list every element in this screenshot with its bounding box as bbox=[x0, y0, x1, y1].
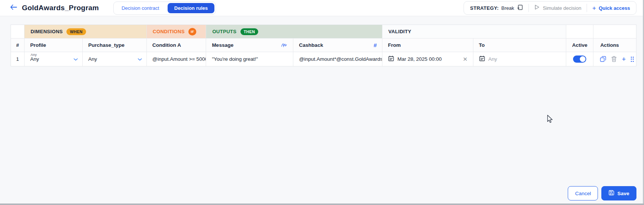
quick-access-button[interactable]: + Quick access bbox=[592, 5, 630, 11]
mouse-cursor bbox=[547, 115, 554, 125]
drag-dots-icon bbox=[631, 57, 634, 62]
group-outputs: OUTPUTS THEN bbox=[206, 25, 382, 38]
to-date-cell[interactable]: Any bbox=[473, 52, 567, 66]
decision-table: DIMENSIONS WHEN CONDITIONS IF OUTPUTS TH… bbox=[11, 25, 636, 66]
group-header-row: DIMENSIONS WHEN CONDITIONS IF OUTPUTS TH… bbox=[11, 25, 636, 38]
dimensions-label: DIMENSIONS bbox=[31, 29, 63, 34]
strategy-label: STRATEGY: bbox=[470, 5, 499, 11]
arrow-left-icon bbox=[10, 4, 17, 12]
save-button[interactable]: Save bbox=[601, 186, 636, 200]
column-header-profile: Profile bbox=[25, 39, 83, 52]
toggle-knob bbox=[580, 56, 585, 62]
column-header-message: Message bbox=[206, 39, 293, 52]
group-validity: VALIDITY bbox=[382, 25, 566, 38]
active-cell bbox=[566, 52, 593, 66]
view-tab-group: Decision contract Decision rules bbox=[113, 2, 216, 15]
column-header-purchase-type: Purchase_type bbox=[83, 39, 147, 52]
actions-cell: + bbox=[593, 52, 636, 66]
save-label: Save bbox=[617, 191, 629, 196]
group-empty-active bbox=[566, 25, 593, 38]
column-header-active: Active bbox=[566, 39, 593, 52]
from-date-cell[interactable]: Mar 28, 2025 00:00 ✕ bbox=[382, 52, 473, 66]
back-button[interactable] bbox=[10, 4, 17, 12]
toolbar-divider bbox=[587, 4, 587, 12]
decision-rules-screen: GoldAwards_Program Decision contract Dec… bbox=[0, 0, 644, 205]
play-icon bbox=[534, 4, 540, 12]
duplicate-row-button[interactable] bbox=[600, 56, 606, 62]
strategy-value: Break bbox=[501, 5, 514, 11]
simulate-label: Simulate decision bbox=[543, 5, 581, 11]
message-header-label: Message bbox=[212, 42, 233, 48]
group-empty-index bbox=[11, 25, 25, 38]
chevron-down-icon bbox=[138, 56, 142, 62]
cashback-cell[interactable]: @input.Amount*@const.GoldAwards bbox=[293, 52, 382, 66]
row-index: 1 bbox=[11, 52, 25, 66]
if-badge: IF bbox=[188, 28, 196, 35]
profile-value: Any bbox=[30, 56, 39, 62]
calendar-icon bbox=[388, 55, 394, 63]
to-date-placeholder: Any bbox=[488, 56, 497, 62]
footer-actions: Cancel Save bbox=[568, 186, 636, 200]
simulate-decision-button[interactable]: Simulate decision bbox=[534, 4, 581, 12]
validity-label: VALIDITY bbox=[388, 29, 411, 34]
clear-date-button[interactable]: ✕ bbox=[463, 56, 468, 63]
column-header-condition-a: Condition A bbox=[147, 39, 206, 52]
string-type-icon bbox=[280, 42, 288, 49]
toolbar-divider bbox=[528, 4, 529, 12]
delete-row-button[interactable] bbox=[611, 56, 617, 62]
column-header-cashback: Cashback # bbox=[293, 39, 382, 52]
column-header-to: To bbox=[473, 39, 567, 52]
column-header-index: # bbox=[11, 39, 25, 52]
column-header-row: # Profile Purchase_type Condition A Mess… bbox=[11, 38, 636, 52]
from-date-value: Mar 28, 2025 00:00 bbox=[397, 56, 442, 62]
group-empty-actions bbox=[593, 25, 636, 38]
strategy-change-icon bbox=[517, 4, 523, 12]
chevron-down-icon bbox=[74, 56, 78, 62]
toolbar: STRATEGY: Break Simulate decision + Quic… bbox=[464, 1, 636, 15]
calendar-icon bbox=[479, 55, 485, 63]
when-badge: WHEN bbox=[66, 28, 86, 35]
drag-handle[interactable] bbox=[631, 57, 634, 62]
purchase-type-value: Any bbox=[88, 56, 97, 62]
page-title: GoldAwards_Program bbox=[22, 4, 99, 12]
group-dimensions: DIMENSIONS WHEN bbox=[25, 25, 147, 38]
plus-icon: + bbox=[592, 5, 596, 11]
number-type-icon: # bbox=[373, 42, 376, 48]
condition-a-cell[interactable]: @input.Amount >= 5000 bbox=[147, 52, 206, 66]
group-conditions: CONDITIONS IF bbox=[147, 25, 206, 38]
column-header-from: From bbox=[382, 39, 473, 52]
quick-access-label: Quick access bbox=[599, 5, 630, 11]
top-bar: GoldAwards_Program Decision contract Dec… bbox=[0, 0, 644, 16]
strategy-selector[interactable]: STRATEGY: Break bbox=[470, 4, 523, 12]
cashback-header-label: Cashback bbox=[299, 42, 323, 48]
save-icon bbox=[609, 190, 614, 197]
active-toggle[interactable] bbox=[573, 55, 586, 63]
profile-overlay-label: Any bbox=[31, 52, 37, 57]
column-header-actions: Actions bbox=[593, 39, 636, 52]
purchase-type-select[interactable]: Any bbox=[83, 52, 147, 66]
window-edge-bottom bbox=[0, 203, 644, 205]
cancel-button[interactable]: Cancel bbox=[568, 186, 598, 200]
then-badge: THEN bbox=[240, 28, 259, 35]
conditions-label: CONDITIONS bbox=[153, 29, 185, 34]
outputs-label: OUTPUTS bbox=[212, 29, 236, 34]
tab-decision-contract[interactable]: Decision contract bbox=[115, 3, 166, 13]
table-row: 1 Any Any Any @input.Amount >= 5000 "You… bbox=[11, 52, 636, 66]
tab-decision-rules[interactable]: Decision rules bbox=[168, 3, 215, 13]
message-cell[interactable]: "You're doing great!" bbox=[206, 52, 293, 66]
add-row-button[interactable]: + bbox=[622, 56, 626, 63]
profile-select[interactable]: Any Any bbox=[25, 52, 83, 66]
